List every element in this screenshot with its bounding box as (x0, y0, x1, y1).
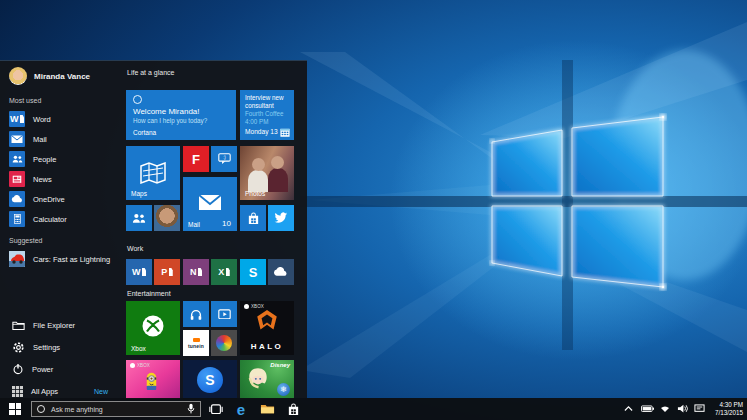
tile-color-wheel[interactable] (211, 330, 237, 356)
user-name[interactable]: Miranda Vance (34, 72, 90, 81)
store-button[interactable] (283, 398, 303, 420)
tile-onenote[interactable]: N (183, 259, 209, 285)
svg-text::): :) (223, 156, 226, 161)
tile-shazam[interactable]: S (183, 360, 237, 399)
cloud-icon (273, 267, 289, 277)
windows-logo-icon (9, 403, 21, 415)
calendar-location: Fourth Coffee (245, 110, 289, 118)
user-avatar[interactable] (9, 67, 27, 85)
photo-face (271, 156, 284, 169)
tile-twitter[interactable] (268, 205, 294, 231)
clock-date: 7/13/2015 (703, 409, 743, 417)
tile-xbox[interactable]: Xbox (126, 301, 180, 355)
halo-title: HALO (240, 342, 294, 351)
tile-messaging[interactable]: :) (211, 146, 237, 172)
news-icon (9, 171, 25, 187)
tunein-logo-icon (193, 338, 200, 342)
play-video-icon (218, 309, 231, 320)
minion-character (142, 370, 161, 395)
tile-tunein[interactable]: tunein (183, 330, 209, 356)
tile-skype[interactable]: S (240, 259, 266, 285)
calendar-event: Interview new consultant (245, 94, 289, 110)
mail-icon (9, 131, 25, 147)
network-status[interactable] (657, 398, 673, 420)
tile-maps[interactable]: Maps (126, 146, 180, 200)
mail-unread-count: 10 (222, 219, 231, 228)
most-used-item-mail[interactable]: Mail (9, 131, 115, 147)
flipboard-icon: F (192, 152, 200, 167)
tile-powerpoint[interactable]: P (154, 259, 180, 285)
tile-movies-tv[interactable] (211, 301, 237, 327)
most-used-item-calculator[interactable]: Calculator (9, 211, 115, 227)
tile-cortana[interactable]: Welcome Miranda! How can I help you toda… (126, 90, 236, 140)
tile-mail[interactable]: Mail 10 (183, 177, 237, 231)
edge-button[interactable]: e (231, 398, 251, 420)
tile-calendar[interactable]: Interview new consultant Fourth Coffee 4… (240, 90, 294, 140)
map-icon (140, 162, 166, 184)
battery-status[interactable] (638, 398, 656, 420)
color-wheel-icon (216, 335, 232, 351)
envelope-icon (198, 194, 222, 211)
folder-icon (260, 403, 275, 414)
most-used-item-people[interactable]: People (9, 151, 115, 167)
calendar-icon (280, 128, 290, 137)
microphone-icon[interactable] (187, 403, 195, 414)
tile-excel[interactable]: X (211, 259, 237, 285)
calculator-icon (9, 211, 25, 227)
power-item[interactable]: Power (0, 360, 118, 378)
tile-onedrive[interactable] (268, 259, 294, 285)
most-used-item-news[interactable]: News (9, 171, 115, 187)
calendar-date: Monday 13 (245, 128, 278, 136)
excel-icon: X (218, 268, 224, 277)
tile-photos[interactable]: Photos (240, 146, 294, 200)
tile-word[interactable]: W (126, 259, 152, 285)
cortana-ring-icon (37, 405, 45, 413)
taskbar-search[interactable]: Ask me anything (31, 401, 201, 417)
start-button[interactable] (0, 398, 30, 420)
taskbar-clock[interactable]: 4:30 PM 7/13/2015 (703, 401, 743, 417)
headphones-icon (189, 308, 203, 320)
cortana-label: Cortana (133, 129, 156, 136)
word-icon: W (132, 268, 141, 277)
settings-item[interactable]: Settings (0, 338, 118, 356)
new-badge: New (94, 388, 108, 395)
xbox-logo-icon (130, 363, 135, 368)
volume-status[interactable] (674, 398, 690, 420)
tile-halo[interactable]: XBOX HALO (240, 301, 294, 355)
halo-emblem-icon (254, 309, 280, 333)
tile-people[interactable] (126, 205, 152, 231)
photo-person (248, 170, 268, 192)
start-menu: Miranda Vance Most used W Word Mail Peop… (0, 60, 307, 398)
store-bag-icon (287, 403, 300, 416)
desktop: { "start_menu": { "user_name": "Miranda … (0, 0, 747, 420)
suggested-item-cars[interactable]: Cars: Fast as Lightning (9, 251, 115, 267)
tray-expand-button[interactable] (620, 398, 636, 420)
tile-flipboard[interactable]: F (183, 146, 209, 172)
cortana-greeting: Welcome Miranda! (133, 107, 229, 116)
tile-store[interactable] (240, 205, 266, 231)
tile-minions-game[interactable]: XBOX (126, 360, 180, 399)
most-used-item-onedrive[interactable]: OneDrive (9, 191, 115, 207)
tile-groove-music[interactable] (183, 301, 209, 327)
task-view-icon (209, 404, 223, 415)
task-view-button[interactable] (206, 398, 226, 420)
shazam-logo-icon: S (197, 367, 223, 393)
cortana-icon (133, 95, 142, 104)
tile-contact-photo[interactable] (154, 205, 180, 231)
speaker-icon (677, 404, 688, 413)
store-bag-icon (247, 212, 260, 225)
file-explorer-item[interactable]: File Explorer (0, 316, 118, 334)
most-used-item-word[interactable]: W Word (9, 111, 115, 127)
elsa-character (246, 366, 270, 392)
calendar-time: 4:00 PM (245, 118, 289, 126)
file-explorer-button[interactable] (257, 398, 277, 420)
snowflake-icon: ❄ (277, 383, 290, 396)
tile-frozen[interactable]: Disney ❄ (240, 360, 294, 399)
group-header-glance: Life at a glance (127, 69, 174, 76)
photo-person (268, 168, 288, 192)
twitter-bird-icon (274, 212, 288, 223)
people-icon (9, 151, 25, 167)
chevron-up-icon (624, 406, 633, 411)
wifi-icon (660, 405, 670, 413)
clock-time: 4:30 PM (703, 401, 743, 409)
